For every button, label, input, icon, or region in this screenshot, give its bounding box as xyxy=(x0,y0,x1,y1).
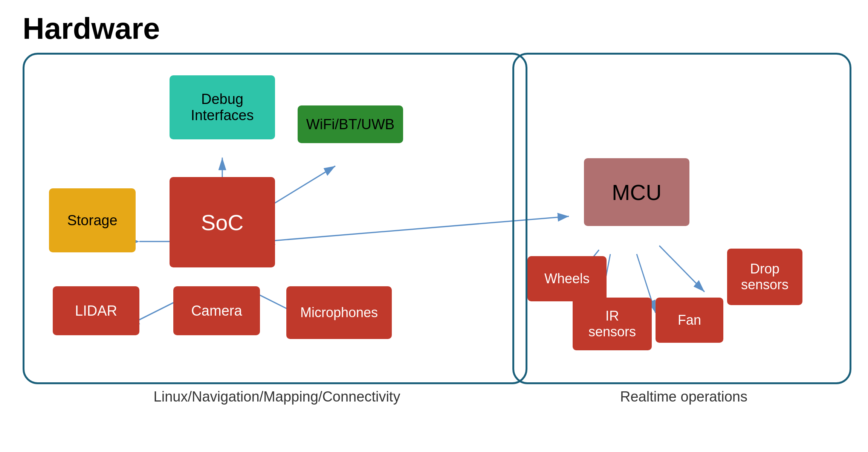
node-camera: Camera xyxy=(173,286,260,335)
right-box-label: Realtime operations xyxy=(514,389,853,405)
node-debug: Debug Interfaces xyxy=(170,75,275,139)
node-wifi: WiFi/BT/UWB xyxy=(298,105,403,143)
node-drop-sensors: Drop sensors xyxy=(727,249,802,305)
node-mcu: MCU xyxy=(584,158,689,226)
left-box-label: Linux/Navigation/Mapping/Connectivity xyxy=(24,389,529,405)
node-microphones: Microphones xyxy=(286,286,392,339)
node-ir-sensors: IR sensors xyxy=(573,298,652,350)
node-soc: SoC xyxy=(170,177,275,267)
node-storage: Storage xyxy=(49,188,136,252)
node-wheels: Wheels xyxy=(527,256,607,301)
page-title: Hardware xyxy=(23,11,160,46)
node-fan: Fan xyxy=(656,298,723,343)
diagram-container: Linux/Navigation/Mapping/Connectivity Re… xyxy=(23,53,851,422)
node-lidar: LIDAR xyxy=(53,286,139,335)
